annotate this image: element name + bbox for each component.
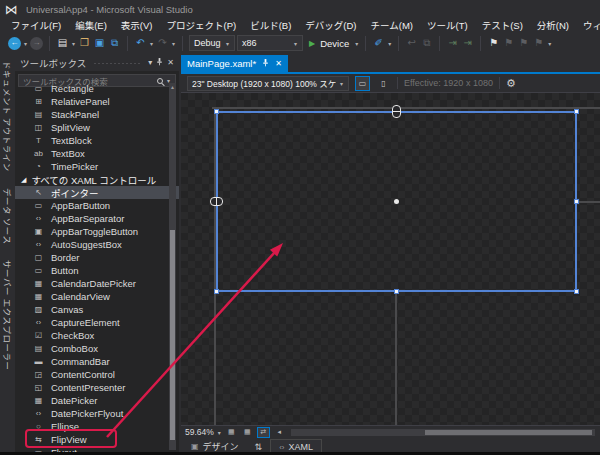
toolbox-item[interactable]: ▭Rectangle (15, 82, 179, 95)
toolbox-item[interactable]: ‹›DatePickerFlyout (15, 407, 179, 420)
swap-panes-icon[interactable]: ⇅ (249, 442, 269, 452)
margin-anchor-left-icon[interactable] (210, 197, 223, 206)
toolbox-item[interactable]: ▦CalendarView (15, 290, 179, 303)
previous-bookmark-icon[interactable]: ⚑ (502, 38, 515, 48)
menu-item[interactable]: チーム(M) (364, 18, 420, 32)
menu-item[interactable]: ツール(T) (420, 18, 475, 32)
resize-handle-middle-right[interactable] (574, 199, 579, 204)
save-all-icon[interactable]: ⧉ (108, 38, 121, 48)
step-into-icon[interactable]: ⇥ (446, 38, 459, 48)
snap-to-grid-button[interactable]: ▦ (241, 427, 254, 438)
solution-platform-dropdown[interactable]: x86 ▾ (237, 35, 303, 51)
toolbox-item-flipview[interactable]: ⇆FlipView (15, 433, 179, 446)
new-file-icon[interactable]: ▤ (56, 38, 69, 48)
navigate-back-icon[interactable]: ← (8, 37, 21, 50)
toolbar-overflow-icon[interactable]: ▾ (548, 40, 551, 47)
navigate-forward-icon[interactable]: → (30, 37, 43, 50)
pin-icon[interactable] (262, 58, 269, 69)
resize-handle-bottom-left[interactable] (214, 289, 219, 294)
open-file-icon[interactable]: ❐ (78, 38, 91, 48)
toolbox-item[interactable]: ◱ContentPresenter (15, 381, 179, 394)
toolbox-item[interactable]: abTextBox (15, 147, 179, 160)
step-over-icon[interactable]: ⇥ (461, 38, 474, 48)
menu-item[interactable]: 表示(V) (114, 18, 160, 32)
toolbox-item[interactable]: ▢Border (15, 251, 179, 264)
margin-anchor-top-icon[interactable] (392, 105, 401, 118)
toolbox-item[interactable]: ▨Canvas (15, 303, 179, 316)
design-surface[interactable] (181, 93, 600, 425)
toolbox-item[interactable]: ▤StackPanel (15, 108, 179, 121)
toolbox-item[interactable]: ▭Button (15, 264, 179, 277)
toolbox-item[interactable]: ▬CommandBar (15, 355, 179, 368)
toolbar-overflow-icon[interactable]: ▾ (388, 40, 391, 47)
zoom-dropdown-icon[interactable]: ▾ (218, 429, 221, 436)
pin-icon[interactable] (156, 58, 163, 68)
menu-item[interactable]: ウィンドウ(W) (576, 18, 600, 32)
menu-item[interactable]: 分析(N) (530, 18, 576, 32)
device-preview-dropdown[interactable]: 23" Desktop (1920 x 1080) 100% スケール ▾ (187, 76, 349, 91)
toggle-bookmark-icon[interactable]: ⚑ (487, 38, 500, 48)
toolbox-item[interactable]: ☑CheckBox (15, 329, 179, 342)
navigate-return-icon[interactable]: ↩ (405, 38, 418, 48)
scroll-left-icon[interactable]: ◂ (273, 427, 286, 438)
toolbox-scrollbar-thumb[interactable] (170, 230, 175, 440)
toolbox-item[interactable]: ⊞RelativePanel (15, 95, 179, 108)
toolbox-item[interactable]: ▤ComboBox (15, 342, 179, 355)
navigate-back-dropdown-icon[interactable]: ▾ (24, 40, 27, 47)
toolbox-item[interactable]: ‹›AppBarSeparator (15, 212, 179, 225)
landscape-orientation-button[interactable]: ▭ (355, 76, 370, 91)
start-debugging-icon[interactable]: ▶ (309, 39, 315, 48)
solution-configuration-dropdown[interactable]: Debug ▾ (189, 35, 235, 51)
menu-item[interactable]: プロジェクト(P) (159, 18, 243, 32)
zoom-level-value[interactable]: 59.64% (185, 427, 214, 437)
menu-item[interactable]: ファイル(F) (4, 18, 68, 32)
gear-icon[interactable]: ⚙ (506, 78, 516, 89)
toolbox-item[interactable]: ‹›AutoSuggestBox (15, 238, 179, 251)
resize-handle-bottom-right[interactable] (574, 289, 579, 294)
close-icon[interactable]: ✕ (167, 59, 174, 67)
save-icon[interactable]: ▣ (93, 38, 106, 48)
menu-item[interactable]: 編集(E) (68, 18, 114, 32)
toolbox-item[interactable]: ▦DatePicker (15, 394, 179, 407)
toolbox-item[interactable]: ○Ellipse (15, 420, 179, 433)
toolbox-item[interactable]: ◫SplitView (15, 121, 179, 134)
horizontal-scrollbar-thumb[interactable] (425, 430, 592, 435)
portrait-orientation-button[interactable]: ▯ (376, 76, 391, 91)
next-bookmark-icon[interactable]: ⚑ (517, 38, 530, 48)
new-file-dropdown-icon[interactable]: ▾ (72, 40, 75, 47)
resize-handle-top-left[interactable] (214, 109, 219, 114)
menu-item[interactable]: ビルド(B) (243, 18, 298, 32)
attach-tool-icon[interactable]: ✐ (372, 38, 385, 48)
resize-handle-top-right[interactable] (574, 109, 579, 114)
window-position-menu-icon[interactable]: ▾ (148, 59, 152, 67)
close-icon[interactable]: ✕ (275, 60, 282, 68)
side-tool-tab[interactable]: ドキュメント アウトライン (2, 61, 14, 172)
side-tool-tab[interactable]: データ ソース (2, 188, 14, 244)
toolbox-section-header[interactable]: ◢すべての XAML コントロール (15, 173, 179, 186)
side-tool-tab[interactable]: サーバー エクスプローラー (2, 260, 14, 371)
scroll-up-icon[interactable]: ▲ (169, 84, 176, 91)
toolbox-item[interactable]: ◔TimePicker (15, 160, 179, 173)
menu-item[interactable]: デバッグ(D) (298, 18, 363, 32)
horizontal-scrollbar[interactable] (291, 429, 595, 436)
toolbox-item[interactable]: ◲ContentControl (15, 368, 179, 381)
toolbox-scrollbar[interactable]: ▲ (169, 83, 176, 450)
tab-mainpage-xaml[interactable]: MainPage.xaml* ✕ (181, 55, 288, 72)
menu-item[interactable]: テスト(S) (475, 18, 530, 32)
toolbox-header[interactable]: ツールボックス ▾ ✕ (15, 55, 179, 71)
toolbox-item[interactable]: ▭AppBarButton (15, 199, 179, 212)
redo-dropdown-icon[interactable]: ▾ (172, 40, 175, 47)
snap-to-snaplines-button[interactable]: ⇄ (257, 427, 270, 438)
toolbox-item[interactable]: TTextBlock (15, 134, 179, 147)
show-grid-button[interactable]: ▦ (225, 427, 238, 438)
toolbox-item[interactable]: ▣AppBarToggleButton (15, 225, 179, 238)
undo-icon[interactable]: ↶ (134, 38, 147, 48)
resize-handle-bottom-center[interactable] (394, 289, 399, 294)
run-target-label[interactable]: Device (320, 38, 349, 49)
clear-bookmarks-icon[interactable]: ⚑ (532, 38, 545, 48)
panel-drag-grip[interactable] (93, 61, 141, 66)
toolbox-item[interactable]: ‹›CaptureElement (15, 316, 179, 329)
run-target-dropdown-icon[interactable]: ▾ (355, 40, 358, 47)
copy-icon[interactable]: ⧉ (420, 38, 433, 48)
toolbox-item[interactable]: ↖ポインター (15, 186, 179, 199)
